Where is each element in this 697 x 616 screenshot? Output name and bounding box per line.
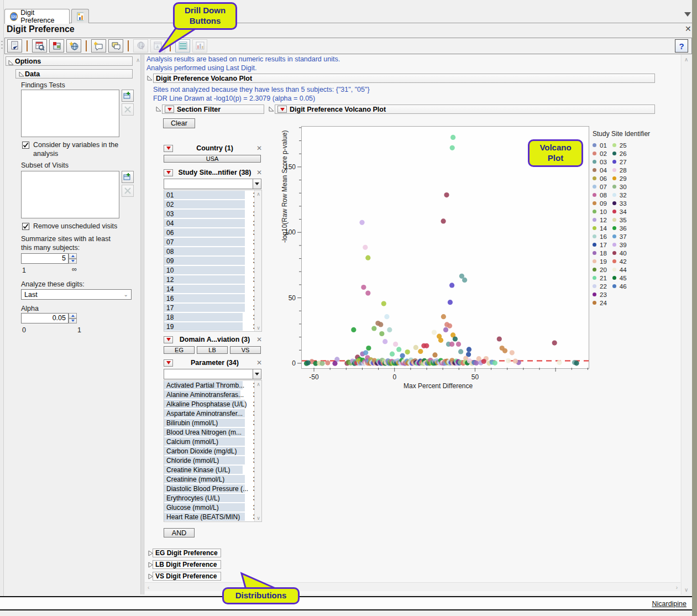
show-notes-button[interactable] [108, 39, 123, 53]
save-image-button[interactable] [49, 39, 64, 53]
data-point-site-21[interactable] [450, 145, 455, 150]
step-up-icon[interactable] [69, 313, 77, 319]
site-row[interactable]: 1734 [164, 303, 261, 312]
remove-unscheduled-checkbox[interactable] [22, 223, 29, 230]
legend-entry-site-30[interactable]: 30 [612, 182, 627, 191]
red-triangle-menu-icon[interactable] [164, 169, 173, 176]
options-outline-header[interactable]: Options [6, 56, 133, 66]
domain-value-lb[interactable]: LB [197, 346, 228, 354]
data-point-site-26[interactable] [306, 361, 311, 366]
legend-entry-site-37[interactable]: 37 [612, 232, 627, 241]
data-point-site-14[interactable] [381, 301, 386, 306]
site-row[interactable]: 0734 [164, 237, 261, 247]
red-triangle-menu-icon[interactable] [165, 106, 174, 113]
add-visit-button[interactable] [122, 171, 134, 183]
site-search-input[interactable] [164, 180, 253, 188]
scroll-down-icon[interactable]: ∨ [255, 324, 262, 331]
data-point-site-28[interactable] [393, 342, 398, 347]
data-point-site-03[interactable] [462, 278, 467, 283]
data-point-site-19[interactable] [513, 358, 518, 363]
legend-entry-site-34[interactable]: 34 [612, 207, 627, 216]
data-point-site-21[interactable] [492, 361, 497, 366]
data-point-site-17[interactable] [467, 347, 471, 352]
window-collapse-caret-icon[interactable] [684, 12, 691, 17]
disclosure-open-icon[interactable] [8, 59, 14, 66]
data-point-site-37[interactable] [363, 350, 368, 355]
legend-entry-site-39[interactable]: 39 [612, 241, 627, 249]
volcano-plot-header[interactable]: Digit Preference Volcano Plot [275, 105, 655, 114]
help-button[interactable]: ? [675, 39, 688, 53]
data-point-site-26[interactable] [574, 361, 579, 366]
close-filter-icon[interactable]: ✕ [256, 336, 262, 343]
disclosure-open-icon[interactable] [146, 75, 153, 81]
subset-of-visits-listbox[interactable] [21, 171, 119, 218]
data-point-site-21[interactable] [396, 347, 401, 352]
data-point-site-40[interactable] [497, 336, 502, 341]
parameter-row[interactable]: Glucose (mmol/L)38 [164, 503, 261, 512]
legend-entry-site-26[interactable]: 26 [612, 149, 627, 158]
data-point-site-26[interactable] [453, 336, 458, 341]
legend-entry-site-17[interactable]: 17 [593, 241, 607, 249]
tab-digit-preference[interactable]: 123 Digit Preference [4, 9, 70, 24]
parameter-search-input[interactable] [164, 370, 253, 378]
remove-findings-test-button[interactable] [122, 103, 134, 116]
section-filter-header[interactable]: Section Filter [162, 105, 264, 114]
data-point-site-34[interactable] [481, 359, 486, 364]
data-point-site-16[interactable] [387, 327, 392, 332]
data-point-site-23[interactable] [332, 361, 337, 366]
disclosure-open-icon[interactable] [18, 71, 25, 77]
scroll-right-icon[interactable]: › [676, 584, 678, 591]
panel-splitter[interactable] [142, 55, 144, 594]
scroll-up-icon[interactable]: ∧ [255, 190, 262, 197]
data-point-site-14[interactable] [405, 349, 410, 354]
add-findings-test-button[interactable] [122, 90, 134, 102]
legend-entry-site-04[interactable]: 04 [593, 166, 607, 174]
data-point-site-02[interactable] [325, 361, 330, 366]
legend-entry-site-14[interactable]: 14 [593, 224, 607, 232]
data-point-site-39[interactable] [382, 339, 387, 344]
scroll-up-icon[interactable]: ∧ [255, 380, 262, 388]
red-triangle-menu-icon[interactable] [277, 106, 287, 113]
legend-entry-site-46[interactable]: 46 [612, 282, 627, 290]
red-triangle-menu-icon[interactable] [164, 359, 173, 367]
legend-entry-site-16[interactable]: 16 [593, 232, 607, 241]
data-point-site-36[interactable] [351, 327, 356, 332]
legend-entry-site-42[interactable]: 42 [612, 257, 627, 265]
parameter-row[interactable]: Alanine Aminotransferas...36 [164, 390, 261, 399]
red-triangle-menu-icon[interactable] [164, 336, 173, 343]
legend-entry-site-27[interactable]: 27 [612, 158, 627, 166]
data-point-site-08[interactable] [449, 342, 454, 347]
data-point-site-08[interactable] [365, 291, 370, 296]
site-row[interactable]: 1434 [164, 284, 261, 294]
domain-value-vs[interactable]: VS [230, 346, 261, 354]
site-row[interactable]: 0334 [164, 209, 261, 218]
legend-entry-site-23[interactable]: 23 [593, 290, 607, 299]
subjects-stepper[interactable] [69, 253, 77, 264]
scroll-up-icon[interactable]: ∧ [684, 56, 688, 62]
data-point-site-40[interactable] [444, 192, 449, 197]
parameter-row[interactable]: Calcium (mmol/L)38 [164, 437, 261, 446]
list-scrollbar[interactable]: ∧∨ [254, 380, 261, 521]
parameter-row[interactable]: Aspartate Aminotransfer...38 [164, 409, 261, 418]
parameter-search-dropdown[interactable] [253, 369, 261, 379]
parameter-row[interactable]: Alkaline Phosphatase (U/L)38 [164, 399, 261, 409]
parameter-row[interactable]: Chloride (mmol/L)38 [164, 456, 261, 465]
data-point-site-19[interactable] [510, 350, 515, 355]
data-point-site-28[interactable] [363, 245, 368, 250]
scroll-down-icon[interactable]: ∨ [255, 514, 262, 521]
panel-scroll-up-icon[interactable]: ∧ [136, 57, 140, 63]
legend-entry-site-03[interactable]: 03 [593, 158, 607, 166]
site-row[interactable]: 0634 [164, 228, 261, 237]
parameter-row[interactable]: Creatine Kinase (U/L)37 [164, 465, 261, 474]
legend-entry-site-45[interactable]: 45 [612, 274, 627, 282]
volcano-outline-header[interactable]: Digit Preference Volcano Plot [153, 74, 655, 83]
data-point-site-14[interactable] [365, 255, 370, 260]
publish-web-button[interactable] [66, 39, 81, 53]
site-row[interactable]: 1634 [164, 294, 261, 303]
legend-entry-site-22[interactable]: 22 [593, 282, 607, 290]
subjects-input[interactable]: 5 [21, 253, 69, 264]
data-outline-header[interactable]: Data [15, 69, 133, 79]
data-point-site-04[interactable] [378, 322, 383, 327]
scroll-left-icon[interactable]: ‹ [148, 584, 149, 591]
data-point-site-30[interactable] [319, 361, 324, 366]
